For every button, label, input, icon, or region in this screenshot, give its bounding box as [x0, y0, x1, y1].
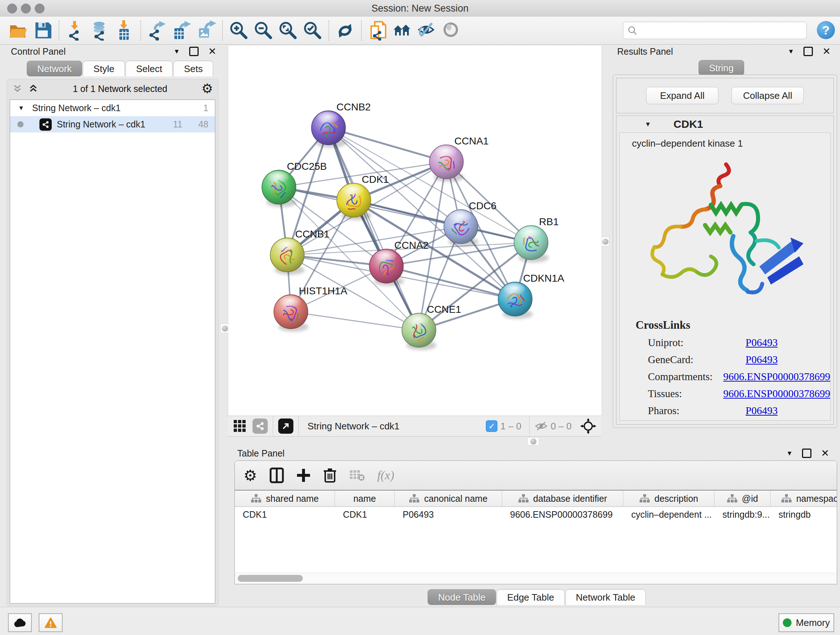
column-header-@id[interactable]: @id: [714, 491, 771, 507]
tab-node-table[interactable]: Node Table: [428, 589, 496, 605]
hidden-eye-icon[interactable]: [535, 421, 548, 432]
horizontal-splitter[interactable]: [527, 437, 539, 445]
network-node-CDC6[interactable]: CDC6: [444, 200, 496, 247]
network-node-CCNB2[interactable]: CCNB2: [311, 101, 371, 148]
search-field[interactable]: [623, 22, 807, 39]
network-node-CDK1[interactable]: CDK1: [337, 174, 389, 220]
column-header-canonical-name[interactable]: canonical name: [395, 491, 502, 507]
tab-network-table[interactable]: Network Table: [565, 589, 646, 605]
title-bar[interactable]: Session: New Session: [0, 0, 840, 17]
table-cell[interactable]: stringdb:9...: [714, 507, 771, 522]
memory-button[interactable]: Memory: [778, 613, 834, 632]
delete-table-icon[interactable]: [349, 469, 365, 482]
network-options-gear-icon[interactable]: ⚙: [202, 81, 213, 96]
zoom-selected-icon[interactable]: [302, 20, 323, 41]
crosslink-link[interactable]: P06493: [745, 405, 778, 417]
panel-float-icon[interactable]: [802, 448, 812, 458]
panel-menu-icon[interactable]: ▼: [174, 48, 180, 55]
network-collection-row[interactable]: ▼ String Network – cdk1 1: [10, 100, 215, 116]
help-button[interactable]: ?: [817, 21, 835, 39]
collapse-all-icon[interactable]: [12, 83, 23, 94]
table-cell[interactable]: cyclin–dependent ...: [623, 507, 714, 522]
table-options-gear-icon[interactable]: ⚙: [243, 467, 257, 485]
panel-float-icon[interactable]: [189, 47, 199, 56]
tree-expand-icon[interactable]: ▼: [18, 105, 24, 112]
column-header-namespace[interactable]: namespace: [771, 491, 837, 507]
table-row[interactable]: CDK1CDK1P064939606.ENSP00000378699cyclin…: [235, 507, 837, 522]
tab-network[interactable]: Network: [27, 61, 82, 76]
network-edge-CCNB2-CCNA1[interactable]: [328, 128, 447, 162]
panel-close-icon[interactable]: ✕: [208, 48, 216, 55]
network-canvas[interactable]: CCNB2 CCNA1 CDC25B C: [228, 46, 602, 416]
table-cell[interactable]: 9606.ENSP00000378699: [502, 507, 623, 522]
tab-select[interactable]: Select: [126, 61, 172, 76]
zoom-fit-icon[interactable]: [278, 20, 298, 41]
table-cell[interactable]: CDK1: [335, 507, 395, 522]
export-table-icon[interactable]: [172, 20, 192, 41]
new-network-from-selection-icon[interactable]: [368, 20, 388, 41]
network-node-CCNE1[interactable]: CCNE1: [402, 304, 461, 350]
scrollbar-thumb[interactable]: [238, 575, 303, 582]
node-entry-header[interactable]: ▼ CDK1: [616, 116, 834, 133]
column-header-description[interactable]: description: [623, 491, 714, 507]
panel-float-icon[interactable]: [804, 47, 813, 56]
network-thumbnail-grid-icon[interactable]: [233, 419, 247, 433]
column-header-database-identifier[interactable]: database identifier: [502, 491, 623, 507]
panel-close-icon[interactable]: ✕: [821, 450, 829, 457]
column-header-name[interactable]: name: [335, 491, 395, 507]
panel-close-icon[interactable]: ✕: [822, 48, 831, 55]
tab-sets[interactable]: Sets: [173, 61, 213, 76]
network-node-CCNB1[interactable]: CCNB1: [270, 228, 330, 275]
refresh-view-icon[interactable]: [335, 20, 355, 41]
import-network-file-icon[interactable]: [65, 20, 85, 41]
show-graphics-details-icon[interactable]: [441, 20, 462, 41]
crosslink-link[interactable]: 9606.ENSP00000378699: [723, 371, 830, 383]
center-crosshair-icon[interactable]: [580, 418, 596, 434]
export-network-icon[interactable]: [147, 20, 167, 41]
entry-collapse-icon[interactable]: ▼: [645, 120, 651, 128]
cloud-status-button[interactable]: [8, 613, 32, 632]
network-node-HIST1H1A[interactable]: HIST1H1A: [274, 285, 347, 332]
network-edge-CCNB2-CCNE1[interactable]: [328, 128, 419, 330]
save-session-icon[interactable]: [33, 20, 53, 41]
network-edge-HIST1H1A-CCNE1[interactable]: [291, 312, 419, 330]
add-column-icon[interactable]: [296, 468, 311, 483]
import-network-database-icon[interactable]: [90, 20, 110, 41]
function-builder-icon[interactable]: f(x): [377, 469, 394, 482]
tab-string[interactable]: String: [699, 60, 744, 76]
panel-menu-icon[interactable]: ▼: [788, 48, 794, 55]
column-header-shared-name[interactable]: shared name: [235, 491, 335, 507]
open-session-icon[interactable]: [8, 20, 28, 41]
table-horizontal-scrollbar[interactable]: [235, 573, 837, 584]
hide-selected-icon[interactable]: [417, 20, 437, 41]
delete-column-icon[interactable]: [323, 467, 337, 483]
zoom-out-icon[interactable]: [253, 20, 273, 41]
export-image-icon[interactable]: [196, 20, 216, 41]
crosslink-link[interactable]: P06493: [745, 337, 778, 348]
collapse-all-button[interactable]: Collapse All: [731, 87, 804, 104]
network-node-RB1[interactable]: RB1: [514, 216, 559, 263]
tab-edge-table[interactable]: Edge Table: [497, 589, 565, 605]
selected-checkbox-icon[interactable]: ✓: [486, 420, 497, 432]
apply-preferred-layout-icon[interactable]: [392, 20, 412, 41]
expand-all-icon[interactable]: [28, 83, 39, 94]
search-input[interactable]: [637, 23, 806, 38]
network-node-CDC25B[interactable]: CDC25B: [262, 161, 327, 207]
panel-menu-icon[interactable]: ▼: [786, 450, 793, 457]
crosslink-link[interactable]: P06493: [745, 354, 778, 366]
expand-all-button[interactable]: Expand All: [646, 87, 718, 104]
string-logo-icon[interactable]: [253, 418, 268, 434]
table-cell[interactable]: CDK1: [235, 507, 335, 522]
network-row[interactable]: String Network – cdk1 11 48: [10, 116, 215, 133]
tab-style[interactable]: Style: [83, 61, 125, 76]
network-node-CDKN1A[interactable]: CDKN1A: [498, 272, 564, 319]
crosslink-link[interactable]: 9606.ENSP00000378699: [723, 388, 830, 400]
table-cell[interactable]: stringdb: [771, 507, 837, 522]
warning-status-button[interactable]: [39, 613, 63, 632]
network-node-CCNA1[interactable]: CCNA1: [429, 135, 489, 182]
show-columns-icon[interactable]: [270, 467, 284, 483]
import-table-file-icon[interactable]: [114, 20, 134, 41]
detach-view-icon[interactable]: [278, 418, 294, 434]
zoom-in-icon[interactable]: [229, 20, 249, 41]
table-cell[interactable]: P06493: [395, 507, 502, 522]
